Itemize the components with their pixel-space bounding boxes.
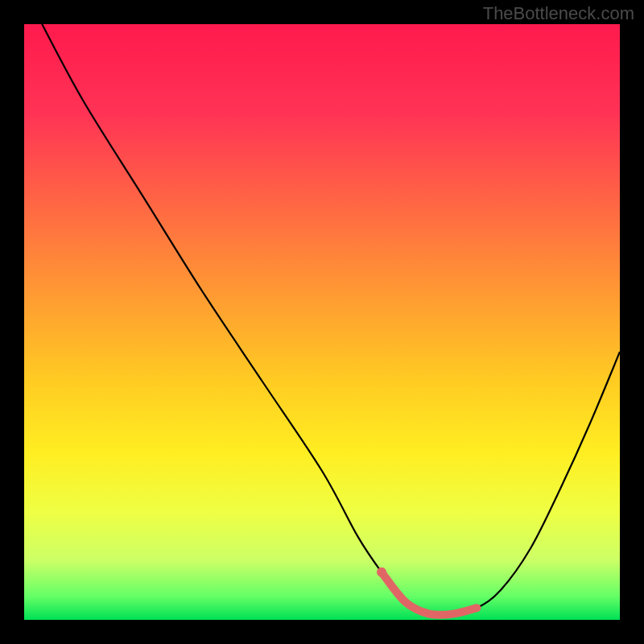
optimal-range-start-dot: [377, 568, 386, 577]
chart-plot-area: [24, 24, 620, 620]
optimal-range-marker: [382, 572, 477, 615]
curve-overlay: [24, 24, 620, 620]
bottleneck-curve: [42, 24, 620, 615]
watermark-text: TheBottleneck.com: [483, 3, 634, 24]
